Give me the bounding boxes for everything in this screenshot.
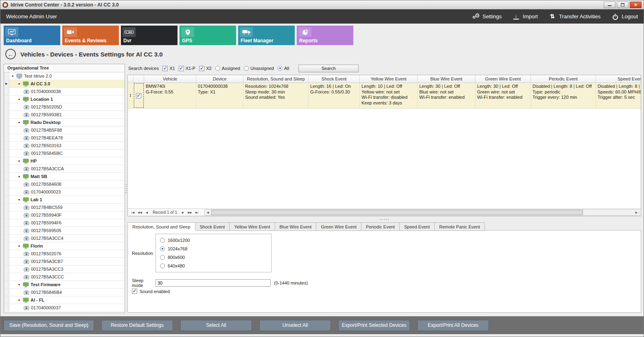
tree-node-00127b503163[interactable]: 00127B503163: [4, 142, 125, 150]
tab-remote-panic-event[interactable]: Remote Panic Event: [435, 222, 485, 231]
footer-button-select-all[interactable]: Select All: [180, 320, 252, 331]
scrollbar-track[interactable]: [211, 210, 633, 215]
cell-green-wire-event[interactable]: Length: 30 | Led: Off Green wire: not se…: [475, 83, 531, 108]
cell-vehicle[interactable]: BMW740i G-Force: 0.55: [144, 83, 196, 108]
filter-radio-unassigned[interactable]: Unassigned: [244, 66, 274, 71]
tree-node-test-firmware[interactable]: Test Firmware: [4, 281, 125, 289]
tree-node-00127b5a3ccc[interactable]: 00127B5A3CCC: [4, 273, 125, 281]
tree-node-00127b5993b1[interactable]: 00127B5993B1: [4, 111, 125, 119]
tree-node-00127b5a3cca[interactable]: 00127B5A3CCA: [4, 165, 125, 173]
cell-speed-event[interactable]: Disabled | Length: 8 | Led: Off Speeds: …: [596, 83, 641, 108]
back-button[interactable]: ←: [5, 49, 16, 59]
tab-periodic-event[interactable]: Periodic Event: [361, 222, 400, 231]
tree-node-00127b5845b4[interactable]: 00127B5845B4: [4, 289, 125, 296]
column-header-shock-event[interactable]: Shock Event: [309, 75, 360, 83]
tree-expand-arrow-icon[interactable]: [17, 98, 21, 101]
tree-node-00127b502076[interactable]: 00127B502076: [4, 250, 125, 258]
resolution-option-1600x1200[interactable]: 1600x1200: [160, 238, 267, 243]
tree-node-00127b4b5f88[interactable]: 00127B4B5F88: [4, 126, 125, 134]
tree-node-al-fl[interactable]: Al - FL: [4, 296, 125, 304]
filter-checkbox-x1-p[interactable]: X1-P: [179, 66, 195, 71]
first-record-icon[interactable]: |◀: [129, 210, 136, 215]
footer-button-save-resolution-sound-and-sleep[interactable]: Save (Resolution, Sound and Sleep): [4, 320, 94, 331]
filter-checkbox-x2[interactable]: X2: [199, 66, 211, 71]
tree-expand-arrow-icon[interactable]: [17, 299, 21, 302]
nav-action-import[interactable]: Import: [513, 13, 538, 20]
scroll-left-icon[interactable]: ◀: [205, 210, 211, 215]
footer-button-unselect-all[interactable]: Unselect All: [259, 320, 331, 331]
column-header-yellow-wire-event[interactable]: Yellow Wire Event: [360, 75, 418, 83]
minimize-button[interactable]: [604, 2, 616, 8]
tree-node-test-idrive-2-0[interactable]: Test Idrive 2.0: [4, 72, 125, 80]
tab-resolution-sound-and-sleep[interactable]: Resolution, Sound and Sleep: [127, 222, 195, 231]
footer-button-export-print-selected-devices[interactable]: Export/Print Selected Devices: [338, 320, 410, 331]
tree-node-lab-1[interactable]: Lab 1: [4, 196, 125, 204]
filter-radio-all[interactable]: All: [278, 66, 289, 71]
resolution-option-640x480[interactable]: 640x480: [160, 263, 267, 268]
tree-node-00127b5a3cc3[interactable]: 00127B5A3CC3: [4, 265, 125, 273]
previous-record-icon[interactable]: ◀: [143, 210, 150, 215]
scroll-right-icon[interactable]: ▶: [633, 210, 640, 215]
column-header-green-wire-event[interactable]: Green Wire Event: [475, 75, 531, 83]
filter-radio-assigned[interactable]: Assigned: [215, 66, 240, 71]
maximize-button[interactable]: [617, 2, 629, 8]
cell-shock-event[interactable]: Length: 16 | Led: On G-Forces: 0.55/0.30: [309, 83, 360, 108]
tree-node-00127b599505[interactable]: 00127B599505: [4, 227, 125, 235]
nav-action-settings[interactable]: Settings: [473, 13, 502, 20]
tree-expand-arrow-icon[interactable]: [17, 83, 21, 85]
tree-node-location-1[interactable]: Location 1: [4, 96, 125, 103]
tab-shock-event[interactable]: Shock Event: [195, 222, 230, 231]
nav-action-logout[interactable]: Logout: [612, 13, 638, 20]
cell-yellow-wire-event[interactable]: Length: 10 | Led: Off Yellow wire: not s…: [360, 83, 418, 108]
tree-node-00127b584608[interactable]: 00127B584608: [4, 180, 125, 188]
tree-node-florin[interactable]: Florin: [4, 242, 125, 250]
horizontal-scrollbar[interactable]: ◀ ▶: [204, 209, 640, 216]
column-header-device[interactable]: Device: [196, 75, 243, 83]
next-page-icon[interactable]: ▶▶: [186, 210, 193, 215]
tab-speed-event[interactable]: Speed Event: [400, 222, 435, 231]
tree-node-017040000037[interactable]: 017040000037: [4, 304, 125, 312]
cell-device[interactable]: 017040000038 Type: X1: [196, 83, 243, 108]
tree-node-hp[interactable]: HP: [4, 157, 125, 165]
tree-node-017040000038[interactable]: 017040000038: [4, 88, 125, 96]
close-button[interactable]: ×: [630, 2, 642, 8]
filter-checkbox-x1[interactable]: X1: [162, 66, 175, 71]
tab-yellow-wire-event[interactable]: Yellow Wire Event: [230, 222, 275, 231]
cell-periodic-event[interactable]: Disabled | Length: 8 | Led: Off Type: pe…: [531, 83, 596, 108]
tree-node-matt-sb[interactable]: Matt SB: [4, 173, 125, 180]
column-header-periodic-event[interactable]: Periodic Event: [531, 75, 596, 83]
sleep-mode-input[interactable]: [156, 279, 271, 287]
row-select-checkbox[interactable]: [134, 83, 144, 108]
tree-node-00127b5845bc[interactable]: 00127B5845BC: [4, 150, 125, 157]
search-button[interactable]: Search: [298, 65, 359, 72]
module-tab-fleet-manager[interactable]: Fleet Manager: [238, 26, 295, 45]
column-header-vehicle[interactable]: Vehicle: [144, 75, 196, 83]
footer-button-restore-default-settings[interactable]: Restore Default Settings: [101, 320, 173, 331]
tree-node-radu-desktop[interactable]: Radu Desktop: [4, 119, 125, 126]
tree-node-00127b4bc559[interactable]: 00127B4BC559: [4, 204, 125, 211]
column-header-speed-event[interactable]: Speed Event: [596, 75, 641, 83]
tab-blue-wire-event[interactable]: Blue Wire Event: [275, 222, 317, 231]
table-row[interactable]: IBMW740i G-Force: 0.55017040000038 Type:…: [128, 83, 641, 109]
tree-expand-arrow-icon[interactable]: [17, 198, 21, 201]
tree-expand-arrow-icon[interactable]: [17, 121, 21, 124]
last-record-icon[interactable]: ▶|: [193, 210, 200, 215]
tree-expand-arrow-icon[interactable]: [17, 175, 21, 178]
cell-blue-wire-event[interactable]: Length: 30 | Led: Off Blue wire: not set…: [418, 83, 475, 108]
scrollbar-thumb[interactable]: [211, 210, 583, 215]
grid-settings-splitter[interactable]: [127, 217, 641, 222]
nav-action-transfer-activities[interactable]: Transfer Activities: [549, 13, 600, 20]
footer-button-export-print-all-devices[interactable]: Export/Print All Devices: [417, 320, 489, 331]
resolution-option-1024x768[interactable]: 1024x768: [160, 246, 267, 251]
tree-node-017040000023[interactable]: 017040000023: [4, 188, 125, 196]
module-tab-dvr[interactable]: Dvr: [121, 26, 177, 45]
module-tab-gps[interactable]: GPS: [180, 26, 236, 45]
tab-green-wire-event[interactable]: Green Wire Event: [316, 222, 361, 231]
tree-expand-arrow-icon[interactable]: [17, 160, 21, 163]
resolution-option-800x600[interactable]: 800x600: [160, 255, 267, 260]
tree-expand-arrow-icon[interactable]: [17, 245, 21, 248]
tree-expand-arrow-icon[interactable]: [17, 283, 21, 286]
module-tab-dashboard[interactable]: Dashboard: [4, 26, 60, 45]
next-record-icon[interactable]: ▶: [180, 210, 186, 215]
module-tab-events-reviews[interactable]: Events & Reviews: [62, 26, 119, 45]
